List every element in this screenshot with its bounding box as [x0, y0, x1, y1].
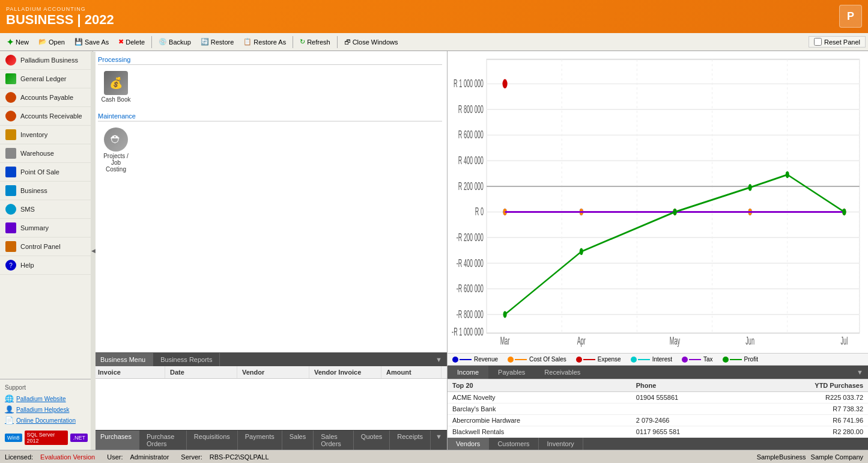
support-section: Support 🌐 Palladium Website 👤 Palladium … — [0, 379, 93, 450]
maintenance-title: Maintenance — [98, 112, 442, 121]
svg-point-48 — [786, 171, 789, 179]
left-panel: ◀ Processing 💰 Cash Book Maintenance — [93, 51, 448, 450]
close-windows-icon: 🗗 — [344, 38, 351, 46]
ap-icon — [5, 91, 17, 103]
sidebar-item-palladium-business[interactable]: Palladium Business — [0, 51, 93, 70]
toolbar-separator — [151, 36, 152, 48]
reset-panel-checkbox[interactable] — [814, 38, 822, 46]
palladium-helpdesk-link[interactable]: 👤 Palladium Helpdesk — [5, 404, 88, 415]
wh-icon — [5, 147, 17, 159]
restore-as-button[interactable]: 📋 Restore As — [239, 36, 290, 48]
reset-panel-button[interactable]: Reset Panel — [809, 36, 866, 48]
tab-purchases[interactable]: Purchases — [93, 431, 139, 450]
main-chart-svg: R 1 000 000 R 800 000 R 600 000 R 400 00… — [450, 54, 866, 351]
profit-dot — [723, 357, 729, 363]
right-tab-customers[interactable]: Customers — [489, 438, 538, 450]
legend-revenue: Revenue — [452, 356, 498, 363]
status-server: RBS-PC2\SQLPALL — [210, 453, 269, 461]
sidebar-item-business[interactable]: Business — [0, 182, 93, 200]
new-button[interactable]: ✦ New — [2, 35, 33, 49]
status-server-label: Server: — [181, 453, 202, 461]
helpdesk-icon: 👤 — [5, 405, 14, 414]
palladium-website-link[interactable]: 🌐 Palladium Website — [5, 393, 88, 404]
svg-text:Mar: Mar — [500, 335, 510, 347]
status-licensed-label: Licensed: — [5, 453, 33, 461]
tab-sales[interactable]: Sales — [282, 431, 314, 450]
windows-badge: Win8 — [5, 434, 22, 442]
svg-text:R 0: R 0 — [475, 206, 484, 218]
revenue-dot — [452, 357, 458, 363]
chart-tabs-arrow[interactable]: ▼ — [852, 366, 868, 379]
online-docs-link[interactable]: 📄 Online Documentation — [5, 415, 88, 426]
tab-purchase-orders[interactable]: Purchase Orders — [139, 431, 187, 450]
refresh-button[interactable]: ↻ Refresh — [296, 36, 335, 48]
processing-title: Processing — [98, 56, 442, 65]
svg-text:-R 800 000: -R 800 000 — [457, 308, 484, 320]
sidebar-item-inventory[interactable]: Inventory — [0, 126, 93, 144]
cos-dot — [508, 357, 514, 363]
projects-icon-item[interactable]: ⛑ Projects / Job Costing — [98, 125, 134, 175]
bottom-tabs-arrow[interactable]: ▼ — [431, 431, 447, 450]
svg-text:R 200 000: R 200 000 — [458, 180, 484, 192]
legend-tax: Tax — [682, 356, 713, 363]
close-windows-button[interactable]: 🗗 Close Windows — [340, 37, 402, 48]
sidebar-item-sms[interactable]: SMS — [0, 200, 93, 219]
status-company: SampleBusiness — [757, 453, 806, 461]
delete-icon: ✖ — [118, 38, 124, 46]
tab-requisitions[interactable]: Requisitions — [187, 431, 238, 450]
svg-rect-0 — [487, 60, 860, 333]
sidebar-item-general-ledger[interactable]: General Ledger — [0, 70, 93, 88]
tab-sales-orders[interactable]: Sales Orders — [314, 431, 354, 450]
svg-text:Jul: Jul — [841, 335, 848, 347]
toolbar-separator-2 — [293, 36, 293, 48]
toolbar-separator-3 — [337, 36, 338, 48]
svg-point-44 — [503, 311, 507, 318]
projects-icon: ⛑ — [104, 127, 128, 152]
sidebar-item-accounts-receivable[interactable]: Accounts Receivable — [0, 107, 93, 126]
tab-receipts[interactable]: Receipts — [390, 431, 431, 450]
chart-tab-payables[interactable]: Payables — [488, 366, 535, 379]
chart-tab-income[interactable]: Income — [448, 366, 488, 379]
restore-button[interactable]: 🔄 Restore — [196, 36, 238, 48]
sidebar-item-help[interactable]: ? Help — [0, 256, 93, 275]
right-tab-inventory[interactable]: Inventory — [539, 438, 583, 450]
top-content: ◀ Processing 💰 Cash Book Maintenance — [93, 51, 868, 450]
tab-business-menu[interactable]: Business Menu — [93, 353, 153, 366]
legend-expense: Expense — [576, 356, 621, 363]
legend-profit: Profit — [723, 356, 758, 363]
delete-button[interactable]: ✖ Delete — [114, 36, 149, 48]
tab-payments[interactable]: Payments — [238, 431, 282, 450]
right-tab-vendors[interactable]: Vendors — [448, 438, 489, 450]
svg-text:-R 200 000: -R 200 000 — [457, 232, 484, 244]
cash-book-icon-item[interactable]: 💰 Cash Book — [98, 69, 134, 105]
sidebar-item-warehouse[interactable]: Warehouse — [0, 144, 93, 163]
chart-tab-receivables[interactable]: Receivables — [535, 366, 590, 379]
tab-arrow-down[interactable]: ▼ — [431, 353, 447, 366]
backup-button[interactable]: 💿 Backup — [154, 36, 195, 48]
palladium-icon — [5, 54, 17, 66]
profit-line — [730, 359, 742, 360]
sidebar: Palladium Business General Ledger Accoun… — [0, 51, 93, 450]
tax-dot — [682, 357, 688, 363]
save-as-button[interactable]: 💾 Save As — [70, 36, 113, 48]
gl-icon — [5, 73, 17, 85]
inv-icon — [5, 129, 17, 141]
docs-icon: 📄 — [5, 416, 14, 425]
tab-business-reports[interactable]: Business Reports — [153, 353, 220, 366]
left-panel-menu: Processing 💰 Cash Book Maintenance — [93, 51, 447, 352]
sidebar-item-point-of-sale[interactable]: Point Of Sale — [0, 163, 93, 182]
right-col-ytd: YTD Purchases — [771, 379, 868, 391]
open-button[interactable]: 📂 Open — [34, 36, 69, 48]
sidebar-item-accounts-payable[interactable]: Accounts Payable — [0, 88, 93, 107]
table-row: ACME Novelty 01904 555861 R225 033.72 — [448, 392, 868, 403]
sms-icon — [5, 203, 17, 215]
sum-icon — [5, 222, 17, 234]
support-title: Support — [5, 384, 88, 391]
col-vendor: Vendor — [237, 366, 309, 378]
sidebar-item-summary[interactable]: Summary — [0, 219, 93, 238]
svg-text:-R 600 000: -R 600 000 — [457, 283, 484, 295]
sidebar-item-control-panel[interactable]: Control Panel — [0, 238, 93, 256]
svg-point-46 — [673, 209, 676, 216]
collapse-handle[interactable]: ◀ — [93, 52, 96, 450]
tab-quotes[interactable]: Quotes — [354, 431, 390, 450]
